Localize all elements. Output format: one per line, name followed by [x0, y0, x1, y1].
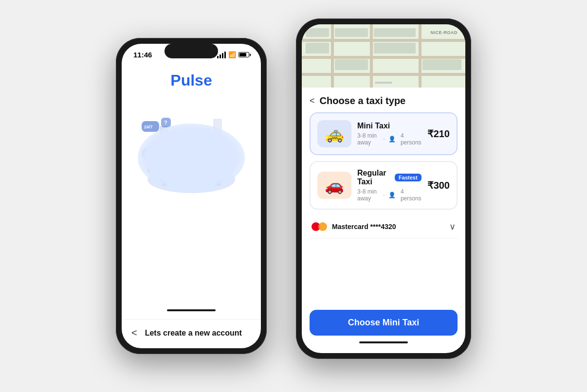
choose-mini-taxi-button[interactable]: Choose Mini Taxi [310, 310, 458, 336]
map-block [335, 28, 368, 37]
payment-label: Mastercard ****4320 [332, 223, 396, 231]
map-road-label: NICE-ROAD [431, 30, 458, 35]
hero-illustration: TAXI ★★★★★ 24/7 [128, 94, 255, 201]
regular-taxi-name: Regular Taxi [357, 169, 391, 186]
regular-taxi-icon: 🚗 [317, 172, 351, 199]
road-v3 [419, 24, 422, 88]
map-block [335, 59, 368, 70]
mini-taxi-name: Mini Taxi [357, 122, 422, 130]
status-icons: 📶 [217, 51, 249, 58]
svg-text:?: ? [164, 120, 167, 125]
phone-notch [165, 44, 218, 58]
wifi-icon: 📶 [228, 51, 236, 58]
taxi-card-regular[interactable]: 🚗 Regular Taxi Fastest 3-8 min away 👤 4 … [310, 161, 458, 210]
map-block [374, 43, 416, 53]
taxi-card-mini[interactable]: 🚕 Mini Taxi 3-8 min away 👤 4 persons ₹21… [310, 112, 458, 155]
chooser-content: < Choose a taxi type 🚕 Mini Taxi 3-8 min… [302, 88, 465, 305]
chooser-header: < Choose a taxi type [310, 88, 458, 112]
mini-taxi-info: Mini Taxi 3-8 min away 👤 4 persons [357, 122, 422, 146]
regular-taxi-emoji: 🚗 [325, 176, 344, 195]
person-icon: 👤 [388, 136, 396, 143]
road-v2 [370, 24, 373, 88]
chooser-title: Choose a taxi type [320, 95, 406, 107]
phone2-bottom: Choose Mini Taxi [302, 305, 465, 353]
map-block [306, 43, 329, 53]
mini-taxi-emoji: 🚕 [325, 125, 344, 143]
road-h3 [302, 73, 465, 76]
regular-taxi-info: Regular Taxi Fastest 3-8 min away 👤 4 pe… [357, 169, 422, 202]
signal-bars-icon [217, 52, 226, 58]
map-block [422, 59, 461, 70]
mini-taxi-wait: 3-8 min away [357, 132, 380, 146]
mini-taxi-price: ₹210 [427, 128, 450, 140]
phone-content: Pulse [122, 62, 261, 201]
regular-taxi-meta: 3-8 min away 👤 4 persons [357, 188, 422, 202]
chevron-down-icon: ∨ [449, 221, 456, 232]
home-indicator [167, 309, 216, 311]
phone-2: NICE-ROAD < Choose a taxi type 🚕 Mini Ta… [296, 18, 471, 359]
person-icon2: 👤 [388, 192, 396, 198]
road-v1 [331, 24, 334, 88]
regular-taxi-price: ₹300 [427, 179, 450, 191]
home-indicator-2 [359, 341, 408, 343]
phone-1: 11:46 📶 Pulse [116, 38, 267, 354]
mini-taxi-persons: 4 persons [401, 132, 422, 146]
map-block [374, 28, 416, 37]
status-time: 11:46 [133, 51, 152, 59]
regular-taxi-wait: 3-8 min away [357, 188, 380, 202]
road-h1 [302, 39, 465, 42]
mastercard-icon [312, 221, 327, 232]
create-account-label: Lets create a new account [145, 329, 242, 338]
mini-taxi-meta: 3-8 min away 👤 4 persons [357, 132, 422, 146]
app-title: Pulse [170, 71, 212, 89]
map-area: NICE-ROAD [302, 24, 465, 88]
battery-icon [238, 52, 249, 57]
svg-text:24/7: 24/7 [144, 125, 153, 129]
payment-row[interactable]: Mastercard ****4320 ∨ [310, 215, 458, 238]
chooser-back-btn[interactable]: < [310, 96, 315, 106]
regular-taxi-persons: 4 persons [401, 188, 422, 202]
map-drag-handle[interactable] [375, 82, 392, 84]
road-h2 [302, 56, 465, 59]
back-arrow-icon[interactable]: < [131, 327, 137, 339]
payment-left: Mastercard ****4320 [312, 221, 396, 232]
mini-taxi-icon: 🚕 [317, 120, 351, 147]
phone-bottom-bar: < Lets create a new account [122, 319, 261, 348]
map-block [306, 28, 329, 37]
fastest-badge: Fastest [395, 174, 422, 181]
